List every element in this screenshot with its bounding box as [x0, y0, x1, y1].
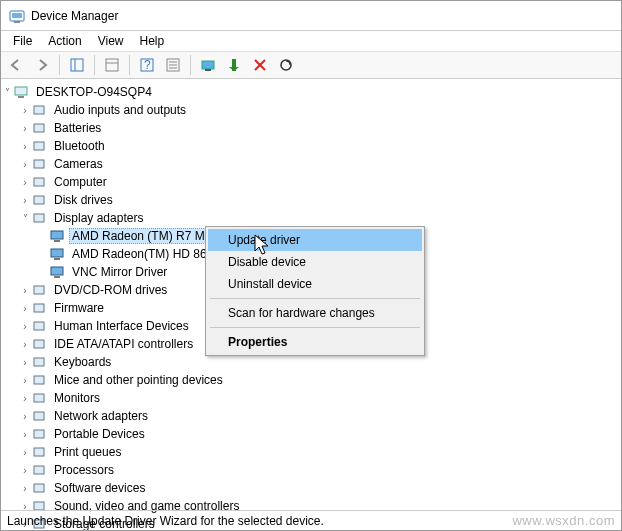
tree-item[interactable]: ›Batteries [1, 119, 621, 137]
svg-rect-26 [34, 196, 44, 204]
toolbar-separator [129, 55, 130, 75]
title-bar: Device Manager [1, 1, 621, 31]
expand-icon[interactable]: › [19, 483, 31, 494]
category-icon [31, 120, 47, 136]
expand-icon[interactable]: › [19, 141, 31, 152]
category-icon [31, 462, 47, 478]
tree-item-label: DVD/CD-ROM drives [51, 282, 170, 298]
ctx-separator [210, 327, 420, 328]
back-button[interactable] [5, 54, 27, 76]
ctx-disable-device[interactable]: Disable device [208, 251, 422, 273]
tree-item[interactable]: ›Audio inputs and outputs [1, 101, 621, 119]
svg-rect-2 [14, 21, 20, 23]
forward-button[interactable] [31, 54, 53, 76]
toolbar-separator [190, 55, 191, 75]
svg-rect-43 [34, 448, 44, 456]
tree-child-label: VNC Mirror Driver [69, 264, 170, 280]
svg-text:?: ? [144, 58, 151, 72]
tree-item[interactable]: ›Monitors [1, 389, 621, 407]
expand-icon[interactable]: › [19, 465, 31, 476]
tree-child-label: AMD Radeon(TM) HD 861 [69, 246, 216, 262]
svg-rect-32 [51, 267, 63, 275]
tree-item[interactable]: ˅Display adapters [1, 209, 621, 227]
tree-item[interactable]: ›Print queues [1, 443, 621, 461]
svg-rect-34 [34, 286, 44, 294]
svg-rect-36 [34, 322, 44, 330]
ctx-uninstall-device[interactable]: Uninstall device [208, 273, 422, 295]
svg-rect-19 [15, 87, 27, 95]
category-icon [31, 282, 47, 298]
svg-rect-38 [34, 358, 44, 366]
expand-icon[interactable]: › [19, 447, 31, 458]
toolbar: ? [1, 51, 621, 79]
tree-root[interactable]: ˅ DESKTOP-O94SQP4 [1, 83, 621, 101]
prop-sheet-button[interactable] [101, 54, 123, 76]
collapse-icon[interactable]: ˅ [19, 213, 31, 224]
tree-item[interactable]: ›Bluetooth [1, 137, 621, 155]
show-hide-tree-button[interactable] [66, 54, 88, 76]
help-button[interactable]: ? [136, 54, 158, 76]
tree-item[interactable]: ›Disk drives [1, 191, 621, 209]
tree-item-label: IDE ATA/ATAPI controllers [51, 336, 196, 352]
category-icon [31, 336, 47, 352]
category-icon [31, 372, 47, 388]
window-title: Device Manager [31, 9, 118, 23]
expand-icon[interactable]: › [19, 195, 31, 206]
computer-icon [13, 84, 29, 100]
app-icon [9, 8, 25, 24]
tree-item[interactable]: ›Portable Devices [1, 425, 621, 443]
expand-icon[interactable]: › [19, 123, 31, 134]
svg-rect-45 [34, 484, 44, 492]
svg-rect-41 [34, 412, 44, 420]
expand-icon[interactable]: › [19, 321, 31, 332]
expand-icon[interactable]: › [19, 285, 31, 296]
menu-help[interactable]: Help [132, 32, 173, 50]
ctx-scan-hardware[interactable]: Scan for hardware changes [208, 302, 422, 324]
expand-icon[interactable]: › [19, 303, 31, 314]
expand-icon[interactable]: › [19, 357, 31, 368]
tree-item-label: Bluetooth [51, 138, 108, 154]
svg-rect-29 [54, 240, 60, 242]
tree-item[interactable]: ›Mice and other pointing devices [1, 371, 621, 389]
display-adapter-icon [49, 264, 65, 280]
menu-action[interactable]: Action [40, 32, 89, 50]
expand-icon[interactable]: › [19, 177, 31, 188]
uninstall-button[interactable] [249, 54, 271, 76]
expand-icon[interactable]: › [19, 429, 31, 440]
collapse-icon[interactable]: ˅ [1, 87, 13, 98]
category-icon [31, 318, 47, 334]
svg-rect-28 [51, 231, 63, 239]
tree-item[interactable]: ›Computer [1, 173, 621, 191]
tree-item[interactable]: ›Cameras [1, 155, 621, 173]
svg-rect-21 [34, 106, 44, 114]
expand-icon[interactable]: › [19, 411, 31, 422]
watermark-text: www.wsxdn.com [512, 513, 615, 528]
svg-rect-35 [34, 304, 44, 312]
expand-icon[interactable]: › [19, 339, 31, 350]
enable-device-button[interactable] [223, 54, 245, 76]
expand-icon[interactable]: › [19, 159, 31, 170]
tree-item-label: Software devices [51, 480, 148, 496]
category-icon [31, 102, 47, 118]
ctx-properties[interactable]: Properties [208, 331, 422, 353]
menu-view[interactable]: View [90, 32, 132, 50]
tree-item[interactable]: ›Software devices [1, 479, 621, 497]
properties-button[interactable] [162, 54, 184, 76]
scan-hardware-button[interactable] [275, 54, 297, 76]
tree-item-label: Processors [51, 462, 117, 478]
ctx-update-driver[interactable]: Update driver [208, 229, 422, 251]
expand-icon[interactable]: › [19, 375, 31, 386]
svg-rect-44 [34, 466, 44, 474]
menu-file[interactable]: File [5, 32, 40, 50]
tree-item-label: Human Interface Devices [51, 318, 192, 334]
svg-rect-39 [34, 376, 44, 384]
expand-icon[interactable]: › [19, 105, 31, 116]
category-icon [31, 300, 47, 316]
update-driver-button[interactable] [197, 54, 219, 76]
expand-icon[interactable]: › [19, 393, 31, 404]
category-icon [31, 156, 47, 172]
tree-item[interactable]: ›Processors [1, 461, 621, 479]
tree-item-label: Network adapters [51, 408, 151, 424]
tree-item[interactable]: ›Network adapters [1, 407, 621, 425]
ctx-separator [210, 298, 420, 299]
